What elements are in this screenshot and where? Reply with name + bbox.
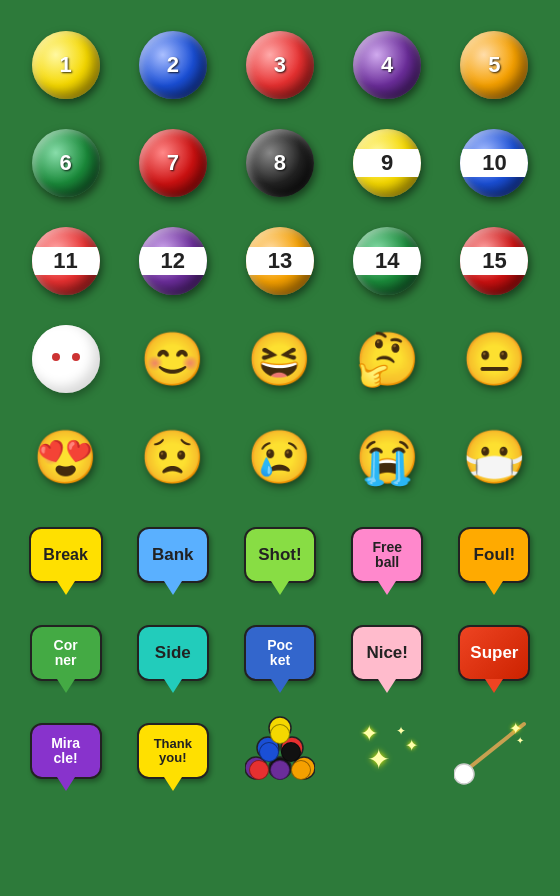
ball-15[interactable]: 15 [460,227,528,295]
ball-14[interactable]: 14 [353,227,421,295]
ball-11[interactable]: 11 [32,227,100,295]
face-neutral[interactable]: 😐 [462,333,527,385]
bubble-bank-cell: Bank [123,510,222,600]
bubble-side[interactable]: Side [137,625,209,681]
bubble-shot[interactable]: Shot! [244,527,316,583]
bubble-miracle[interactable]: Miracle! [30,723,102,779]
face-thinking-cell: 🤔 [338,314,437,404]
cue-ball[interactable] [32,325,100,393]
ball-2-cell: 2 [123,20,222,110]
cue-ball-cell [16,314,115,404]
svg-point-16 [454,764,474,784]
cue-dot-left [52,353,60,361]
bubble-corner-label: Corner [54,638,78,669]
main-container: 1 2 3 4 5 6 [0,0,560,816]
ball-1-cell: 1 [16,20,115,110]
ball-7[interactable]: 7 [139,129,207,197]
face-laughing-cell: 😆 [230,314,329,404]
ball-8-cell: 8 [230,118,329,208]
face-sobbing-cell: 😭 [338,412,437,502]
bubble-pocket-cell: Pocket [230,608,329,698]
bubble-super[interactable]: Super [458,625,530,681]
cue-stick: ✦ ✦ [454,716,534,786]
bubble-foul-cell: Foul! [445,510,544,600]
face-mask[interactable]: 😷 [462,431,527,483]
bubble-thankyou[interactable]: Thankyou! [137,723,209,779]
bubble-corner-cell: Corner [16,608,115,698]
bubble-thankyou-cell: Thankyou! [123,706,222,796]
bubble-foul-label: Foul! [474,546,516,565]
ball-5-cell: 5 [445,20,544,110]
face-mask-cell: 😷 [445,412,544,502]
bubble-shot-cell: Shot! [230,510,329,600]
bubble-foul[interactable]: Foul! [458,527,530,583]
ball-3-cell: 3 [230,20,329,110]
ball-14-cell: 14 [338,216,437,306]
ball-6[interactable]: 6 [32,129,100,197]
bubble-freeball-cell: Freeball [338,510,437,600]
ball-9-cell: 9 [338,118,437,208]
bubble-break[interactable]: Break [29,527,103,583]
face-laughing[interactable]: 😆 [247,333,312,385]
bubble-miracle-label: Miracle! [51,736,80,767]
ball-15-cell: 15 [445,216,544,306]
face-neutral-cell: 😐 [445,314,544,404]
face-crying-cell: 😢 [230,412,329,502]
ball-4[interactable]: 4 [353,31,421,99]
ball-5[interactable]: 5 [460,31,528,99]
face-worried[interactable]: 😟 [140,431,205,483]
ball-13[interactable]: 13 [246,227,314,295]
ball-8[interactable]: 8 [246,129,314,197]
bubble-bank-label: Bank [152,546,194,565]
sparkles: ✦ ✦ ✦ ✦ [352,716,422,786]
cue-dot-right [72,353,80,361]
bubble-pocket-label: Pocket [267,638,293,669]
ball-10[interactable]: 10 [460,129,528,197]
bubble-side-cell: Side [123,608,222,698]
bubble-shot-label: Shot! [258,546,301,565]
ball-4-cell: 4 [338,20,437,110]
rack-cell: 1 2 3 4 8 5 [230,706,329,796]
cue-stick-svg: ✦ ✦ [454,716,534,786]
ball-9[interactable]: 9 [353,129,421,197]
ball-13-cell: 13 [230,216,329,306]
bubble-nice-label: Nice! [366,644,408,663]
bubble-nice-cell: Nice! [338,608,437,698]
face-happy[interactable]: 😊 [140,333,205,385]
bubble-super-label: Super [470,644,518,663]
ball-3[interactable]: 3 [246,31,314,99]
bubble-freeball[interactable]: Freeball [351,527,423,583]
face-crying[interactable]: 😢 [247,431,312,483]
sticker-grid: 1 2 3 4 5 6 [0,0,560,816]
sparkles-cell: ✦ ✦ ✦ ✦ [338,706,437,796]
ball-11-cell: 11 [16,216,115,306]
bubble-pocket[interactable]: Pocket [244,625,316,681]
face-thinking[interactable]: 🤔 [355,333,420,385]
bubble-bank[interactable]: Bank [137,527,209,583]
ball-6-cell: 6 [16,118,115,208]
bubble-side-label: Side [155,644,191,663]
bubble-thankyou-label: Thankyou! [154,737,192,766]
face-happy-cell: 😊 [123,314,222,404]
cue-stick-cell: ✦ ✦ [445,706,544,796]
face-heart-eyes[interactable]: 😍 [33,431,98,483]
bubble-miracle-cell: Miracle! [16,706,115,796]
ball-10-cell: 10 [445,118,544,208]
ball-12[interactable]: 12 [139,227,207,295]
bubble-corner[interactable]: Corner [30,625,102,681]
ball-12-cell: 12 [123,216,222,306]
svg-text:✦: ✦ [516,735,524,746]
ball-1[interactable]: 1 [32,31,100,99]
rack[interactable]: 1 2 3 4 8 5 [245,716,315,786]
face-worried-cell: 😟 [123,412,222,502]
face-sobbing[interactable]: 😭 [355,431,420,483]
bubble-break-cell: Break [16,510,115,600]
bubble-super-cell: Super [445,608,544,698]
ball-2[interactable]: 2 [139,31,207,99]
face-heart-cell: 😍 [16,412,115,502]
bubble-break-label: Break [43,546,87,564]
bubble-nice[interactable]: Nice! [351,625,423,681]
bubble-freeball-label: Freeball [372,540,402,571]
ball-7-cell: 7 [123,118,222,208]
